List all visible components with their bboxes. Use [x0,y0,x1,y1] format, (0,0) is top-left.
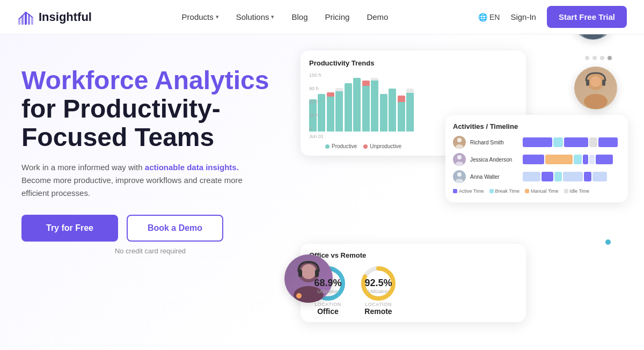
nav-links: Products ▾ Solutions ▾ Blog Pricing Demo [182,12,389,21]
timeline-row-jessica: Jessica Anderson [453,153,620,166]
productivity-title: Productivity Trends [309,59,517,67]
y-label-0: 0 [309,126,322,132]
navbar: Insightful Products ▾ Solutions ▾ Blog P… [0,0,644,34]
bar-group-2 [327,88,343,132]
orange-dot [296,293,302,298]
y-label-90: 90 h [309,86,322,91]
nav-solutions[interactable]: Solutions ▾ [236,12,275,21]
legend-manual: Manual Time [525,188,559,194]
bar-productive [335,91,343,132]
sign-in-button[interactable]: Sign-In [510,12,536,21]
svg-point-9 [457,172,462,177]
manual-dot [525,189,529,193]
avatar-anna [453,170,466,183]
nav-products[interactable]: Products ▾ [182,12,219,21]
seg-light [563,172,582,181]
bar-productive [353,78,361,132]
remote-location: LOCATION Remote [364,302,392,316]
svg-point-26 [581,34,605,39]
start-trial-button[interactable]: Start Free Trial [547,6,627,28]
hero-title-line3: Focused Teams [21,123,279,152]
bar-productive [406,93,414,132]
timeline-bar-richard [523,137,620,147]
hero-left: Workforce Analytics for Productivity- Fo… [21,56,279,255]
chevron-down-icon: ▾ [216,13,219,20]
nav-blog[interactable]: Blog [291,12,308,21]
office-stats: 68.9% Utilization [314,278,341,294]
x-label-jun01: Jun 01 [309,134,324,139]
seg-active [584,172,592,181]
remote-stats: 92.5% Utilization [364,278,392,294]
float-avatar-3 [572,34,614,40]
idle-dot [564,189,568,193]
no-credit-card-text: No credit card required [21,247,279,255]
name-richard: Richard Smith [470,140,518,145]
seg-active [523,155,544,164]
timeline-title: Activities / Timeline [453,122,620,130]
svg-point-22 [301,264,316,279]
y-label-150: 150 h [309,72,322,78]
bar-productive [371,81,378,132]
name-anna: Anna Walter [470,174,518,180]
nav-right: 🌐 EN Sign-In Start Free Trial [478,6,627,28]
float-avatar-1 [574,67,617,110]
hero-buttons: Try for Free Book a Demo [21,215,279,242]
legend-break: Break Time [489,188,520,194]
nav-demo[interactable]: Demo [367,12,388,21]
nav-pricing[interactable]: Pricing [325,12,350,21]
break-dot [489,189,494,193]
seg-light [592,172,607,181]
bar-other [406,89,414,93]
language-selector[interactable]: 🌐 EN [478,13,500,21]
seg-light [589,155,594,164]
timeline-bar-anna [523,172,620,181]
svg-point-8 [456,162,463,166]
unproductive-dot [363,144,368,149]
seg-active [564,137,589,147]
office-util-label: Utilization [314,289,341,294]
dot-4 [608,56,612,60]
avatar-jessica [453,153,466,166]
timeline-card: Activities / Timeline Richard Smith [445,115,628,202]
office-location-name: Office [314,307,341,316]
logo-icon [17,9,34,26]
logo-text: Insightful [39,10,92,24]
seg-break [574,155,582,164]
svg-point-10 [456,179,463,183]
productive-dot [325,144,330,149]
timeline-row-anna: Anna Walter [453,170,620,183]
hero-link[interactable]: actionable data insights. [145,163,239,172]
bar-productive [398,102,405,132]
bar-productive [380,94,387,132]
hero-title-line2: for Productivity- [21,95,279,123]
office-location: LOCATION Office [314,302,341,316]
legend-unproductive: Unproductive [363,143,401,149]
remote-location-name: Remote [364,307,392,316]
logo-link[interactable]: Insightful [17,9,92,26]
office-pct: 68.9% [314,278,341,289]
active-dot [453,189,457,193]
svg-point-5 [457,138,462,142]
bar-productive [389,89,396,132]
timeline-row-richard: Richard Smith [453,136,620,149]
bar-unproductive [362,81,370,86]
book-demo-button[interactable]: Book a Demo [127,215,223,242]
seg-break [554,172,562,181]
avatar-richard [453,136,466,149]
seg-idle [589,137,597,147]
svg-point-7 [457,155,462,159]
seg-active [598,137,618,147]
try-free-button[interactable]: Try for Free [21,215,118,242]
bar-productive [327,97,334,132]
bar-group-3 [345,78,361,132]
office-location-tag: LOCATION [314,302,341,307]
seg-active [583,155,589,164]
y-axis: 150 h 90 h 60 h 30 h 0 [309,72,324,132]
office-row: 68.9% Utilization LOCATION Office [309,265,517,316]
seg-manual [545,155,573,164]
timeline-legend: Active Time Break Time Manual Time Idle … [453,188,620,194]
bar-group-5 [380,89,396,132]
legend-idle: Idle Time [564,188,590,194]
hero-section: Workforce Analytics for Productivity- Fo… [0,34,644,350]
seg-light [523,172,540,181]
